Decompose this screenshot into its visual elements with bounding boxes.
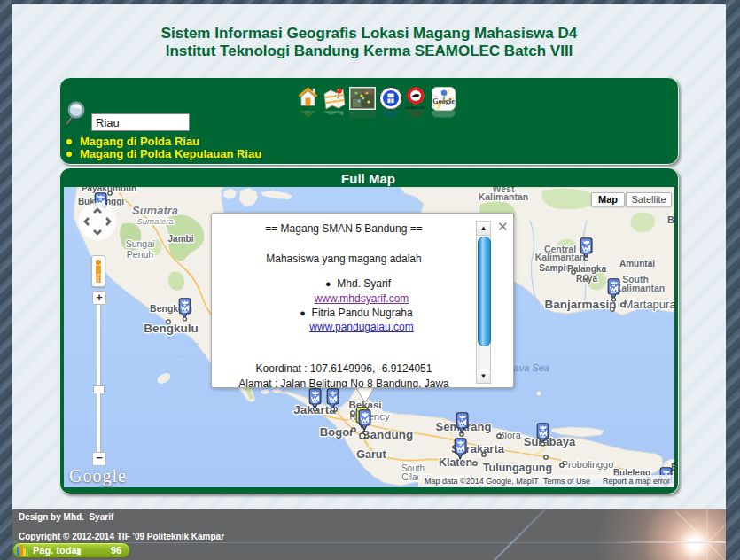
svg-text:Klaten: Klaten	[439, 456, 472, 469]
svg-text:Sampit: Sampit	[539, 263, 569, 273]
svg-text:Bandung: Bandung	[362, 428, 414, 441]
svg-text:Sumatera: Sumatera	[136, 216, 173, 226]
svg-text:Google: Google	[432, 97, 455, 105]
svg-text:Kalimantan: Kalimantan	[615, 283, 666, 293]
svg-text:Bogor: Bogor	[320, 425, 354, 439]
svg-text:Kalimantan: Kalimantan	[479, 191, 529, 202]
svg-text:SEAMOLEC: SEAMOLEC	[405, 105, 425, 110]
svg-text:Banjarmasin: Banjarmasin	[544, 298, 616, 311]
svg-text:Martapura: Martapura	[623, 298, 674, 311]
svg-text:Java Sea: Java Sea	[508, 362, 549, 373]
svg-text:Penuh: Penuh	[127, 249, 154, 260]
svg-text:Blora: Blora	[498, 430, 522, 440]
svg-text:Sumatra: Sumatra	[132, 204, 178, 217]
svg-text:Garut: Garut	[356, 448, 386, 461]
svg-text:Bal: Bal	[667, 214, 674, 225]
svg-text:Sungai: Sungai	[126, 238, 155, 249]
svg-text:Bengkulu: Bengkulu	[144, 322, 199, 335]
svg-text:Kalimantan: Kalimantan	[535, 252, 586, 262]
svg-text:Probolinggo: Probolinggo	[562, 459, 614, 470]
svg-text:Jambi: Jambi	[168, 234, 194, 244]
svg-text:Amuntai: Amuntai	[619, 259, 655, 268]
svg-text:Tulungagung: Tulungagung	[483, 462, 552, 474]
svg-text:Surabaya: Surabaya	[524, 435, 576, 448]
